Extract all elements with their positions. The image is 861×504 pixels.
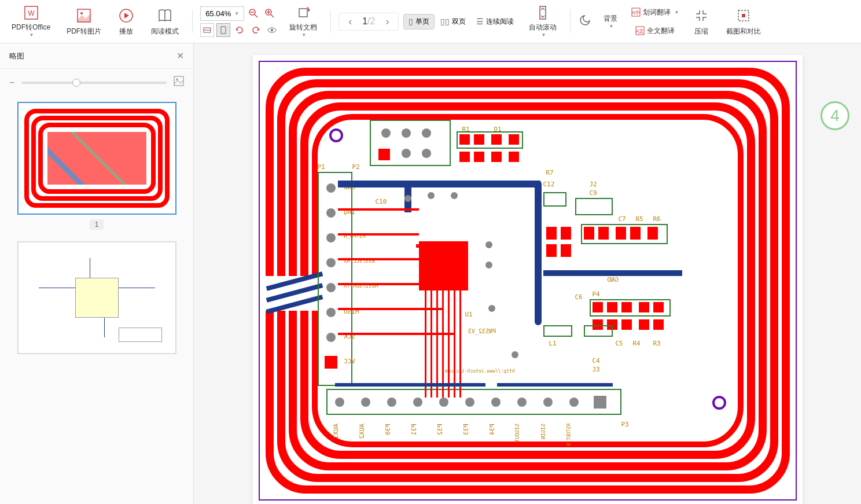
label: 背景 [604, 14, 617, 24]
thumb-preview [17, 102, 176, 215]
play-icon [119, 7, 134, 24]
continuous-button[interactable]: ☰ 连续阅读 [472, 14, 518, 30]
prev-page-button[interactable]: ‹ [344, 16, 356, 28]
label: 播放 [119, 27, 133, 36]
pdf-to-office-button[interactable]: W PDF转Office▼ [6, 3, 56, 41]
screenshot-button[interactable]: 截图和对比 [720, 3, 767, 41]
pdf-to-image-button[interactable]: PDF转图片 [61, 3, 107, 41]
label-r4: R4 [633, 340, 641, 347]
label-site: http://www.iotech-inc.com [445, 369, 514, 374]
slider-thumb[interactable] [72, 79, 80, 87]
thumbnails-sidebar: 略图 ✕ − 1 [0, 43, 194, 504]
label-r7: R7 [546, 169, 554, 176]
label-c7: C7 [619, 215, 626, 223]
rotate-button[interactable]: 旋转文档▼ [284, 3, 323, 41]
single-page-button[interactable]: ▯ 单页 [403, 14, 435, 30]
reading-mode-button[interactable]: 阅读模式 [145, 3, 185, 41]
zoom-out-small-icon[interactable]: − [9, 78, 14, 88]
chevron-down-icon: ▼ [234, 11, 239, 16]
thumbnail-1[interactable]: 1 [17, 102, 176, 230]
double-page-icon: ▯▯ [440, 17, 450, 26]
refresh-icon[interactable] [233, 23, 246, 37]
svg-text:A中: A中 [632, 10, 641, 16]
sidebar-title: 略图 [9, 51, 24, 61]
separator [192, 10, 193, 33]
thumbnail-size-control: − [0, 69, 193, 96]
label-p4: P4 [593, 290, 600, 298]
label: 阅读模式 [151, 27, 179, 36]
label-vcc: VCC [344, 358, 355, 365]
translate-icon: A文 [635, 26, 645, 35]
current-page: 1 [362, 16, 367, 26]
total-pages: 2 [370, 16, 375, 26]
label-sigout: SIGOUT [514, 424, 520, 443]
label-p34: P34 [488, 424, 496, 435]
compress-button[interactable]: 压缩 [687, 3, 716, 41]
single-page-icon: ▯ [409, 17, 413, 26]
svg-point-26 [176, 79, 178, 80]
pcb-layout: R1 D1 R7 C12 J2 C9 C7 R5 R6 [259, 61, 797, 501]
size-slider[interactable] [21, 82, 167, 84]
badge-number: 4 [830, 106, 840, 125]
svg-rect-25 [174, 76, 183, 86]
eye-icon[interactable] [265, 23, 279, 37]
auto-scroll-button[interactable]: 自动滚动▼ [523, 3, 562, 41]
translate-icon: A中 [631, 8, 641, 17]
label-j3: J3 [593, 366, 600, 373]
document-viewer[interactable]: R1 D1 R7 C12 J2 C9 C7 R5 R6 [194, 43, 861, 504]
label: PDF转Office [12, 23, 50, 32]
redo-icon[interactable] [249, 23, 263, 37]
next-page-button[interactable]: › [381, 16, 393, 28]
zoom-in-icon[interactable] [263, 6, 277, 20]
compress-icon [694, 7, 709, 24]
thumb-preview [17, 241, 176, 354]
label: 单页 [415, 17, 429, 27]
label-p2: P2 [352, 163, 360, 171]
play-button[interactable]: 播放 [112, 3, 141, 41]
continuous-icon: ☰ [476, 17, 484, 26]
label: 旋转文档 [289, 23, 317, 32]
label: 自动滚动 [529, 23, 557, 32]
svg-point-16 [271, 29, 273, 31]
separator [570, 10, 571, 33]
fit-page-icon[interactable] [216, 23, 230, 37]
label: 划词翻译 [643, 8, 671, 17]
svg-point-3 [80, 12, 83, 14]
label-p3: P3 [621, 421, 629, 428]
svg-line-9 [271, 14, 274, 17]
svg-rect-14 [221, 27, 226, 34]
label-c12: C12 [543, 181, 555, 188]
word-translate-button[interactable]: A中 划词翻译▼ [628, 3, 682, 21]
label-p1: P1 [318, 163, 325, 171]
label-r5: R5 [636, 215, 643, 223]
separator [330, 10, 331, 33]
zoom-dropdown[interactable]: 65.04% ▼ [200, 6, 244, 21]
page-navigation: ‹ 1/2 › [338, 13, 399, 31]
svg-rect-24 [742, 14, 745, 17]
double-page-button[interactable]: ▯▯ 双页 [436, 14, 470, 30]
label-aux2: AUX2 [358, 424, 366, 439]
label: PDF转图片 [67, 27, 101, 36]
floating-badge[interactable]: 4 [820, 101, 849, 130]
label: 双页 [452, 17, 466, 27]
full-translate-button[interactable]: A文 全文翻译 [628, 22, 682, 39]
label-aux1: AUX1 [332, 424, 340, 439]
label-p30: P30 [384, 424, 392, 435]
page-input[interactable]: 1/2 [362, 16, 375, 27]
dark-mode-button[interactable] [578, 12, 593, 31]
label-j2: J2 [590, 181, 597, 188]
svg-line-6 [255, 14, 257, 17]
gallery-icon[interactable] [174, 76, 184, 89]
thumbnail-2[interactable] [17, 241, 176, 354]
label-r3: R3 [653, 340, 661, 347]
scroll-icon [535, 5, 550, 20]
toolbar: W PDF转Office▼ PDF转图片 播放 阅读模式 65.04% ▼ [0, 0, 861, 43]
thumbnails-list: 1 [0, 96, 193, 504]
background-button[interactable]: 背景▼ [598, 3, 623, 41]
close-sidebar-button[interactable]: ✕ [176, 50, 184, 61]
fit-width-icon[interactable] [200, 23, 214, 37]
zoom-out-icon[interactable] [246, 6, 260, 20]
label: 全文翻译 [647, 26, 675, 36]
sidebar-header: 略图 ✕ [0, 43, 193, 69]
label-p32: P32 [436, 424, 444, 435]
